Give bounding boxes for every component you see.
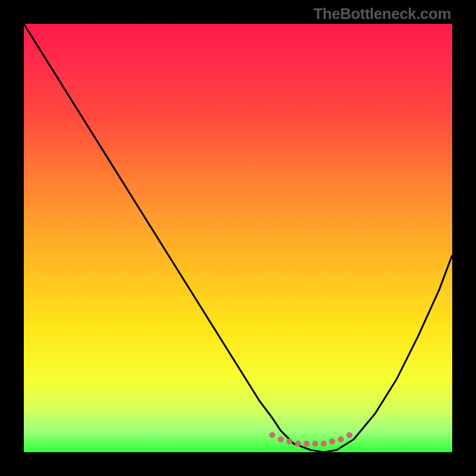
curve-dot <box>338 436 344 442</box>
curve-dot <box>321 441 327 447</box>
plot-area <box>24 24 452 452</box>
curve-dot <box>286 439 292 444</box>
curve-dot <box>278 436 284 442</box>
curve-dot <box>329 439 335 444</box>
watermark-text: TheBottleneck.com <box>314 5 451 23</box>
curve-dot <box>270 432 275 438</box>
chart-frame: TheBottleneck.com <box>0 0 476 476</box>
curve-dot <box>346 432 352 438</box>
bottleneck-curve <box>24 24 452 452</box>
curve-dot <box>303 441 309 447</box>
curve-dot <box>312 441 318 447</box>
curve-dot <box>295 441 301 447</box>
